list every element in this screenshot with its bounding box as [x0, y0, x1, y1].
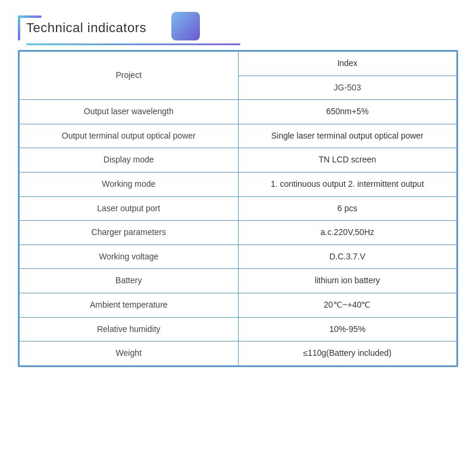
working-voltage-label: Working voltage [20, 245, 239, 269]
table-row: Output laser wavelength 650nm+5% [20, 100, 457, 124]
project-label: Project [20, 52, 239, 100]
output-laser-wavelength-value: 650nm+5% [238, 100, 457, 124]
output-terminal-value: Single laser terminal output optical pow… [238, 124, 457, 148]
page-title: Technical indicators [26, 20, 146, 35]
charger-parameters-value: a.c.220V,50Hz [238, 221, 457, 245]
header-bracket: Technical indicators [18, 15, 158, 40]
charger-parameters-label: Charger parameters [20, 221, 239, 245]
table-row: Project Index [20, 52, 457, 76]
working-voltage-value: D.C.3.7.V [238, 245, 457, 269]
output-laser-wavelength-label: Output laser wavelength [20, 100, 239, 124]
weight-label: Weight [20, 342, 239, 366]
working-mode-label: Working mode [20, 172, 239, 196]
working-mode-value: 1. continuous output 2. intermittent out… [238, 172, 457, 196]
ambient-temperature-value: 20℃~+40℃ [238, 293, 457, 317]
page-wrapper: Technical indicators Project Index JG-50… [0, 0, 476, 476]
header: Technical indicators [18, 12, 458, 40]
table-row: Working voltage D.C.3.7.V [20, 245, 457, 269]
model-value: JG-503 [238, 76, 457, 100]
table-row: Output terminal output optical power Sin… [20, 124, 457, 148]
laser-output-port-value: 6 pcs [238, 196, 457, 221]
ambient-temperature-label: Ambient temperature [20, 293, 239, 317]
table-row: Ambient temperature 20℃~+40℃ [20, 293, 457, 317]
table-row: Display mode TN LCD screen [20, 148, 457, 173]
relative-humidity-value: 10%-95% [238, 317, 457, 342]
table-row: Working mode 1. continuous output 2. int… [20, 172, 457, 196]
table-wrapper: Project Index JG-503 Output laser wavele… [18, 50, 458, 367]
table-row: Battery lithium ion battery [20, 269, 457, 293]
relative-humidity-label: Relative humidity [20, 317, 239, 342]
output-terminal-label: Output terminal output optical power [20, 124, 239, 148]
table-row: Laser output port 6 pcs [20, 196, 457, 221]
technical-indicators-table: Project Index JG-503 Output laser wavele… [19, 51, 457, 366]
battery-value: lithium ion battery [238, 269, 457, 293]
weight-value: ≤110g(Battery included) [238, 342, 457, 366]
display-mode-label: Display mode [20, 148, 239, 173]
laser-output-port-label: Laser output port [20, 196, 239, 221]
table-row: Weight ≤110g(Battery included) [20, 342, 457, 366]
header-icon [171, 12, 200, 40]
table-row: Charger parameters a.c.220V,50Hz [20, 221, 457, 245]
battery-label: Battery [20, 269, 239, 293]
table-row: Relative humidity 10%-95% [20, 317, 457, 342]
display-mode-value: TN LCD screen [238, 148, 457, 173]
header-underline [26, 43, 240, 45]
index-label: Index [238, 52, 457, 76]
